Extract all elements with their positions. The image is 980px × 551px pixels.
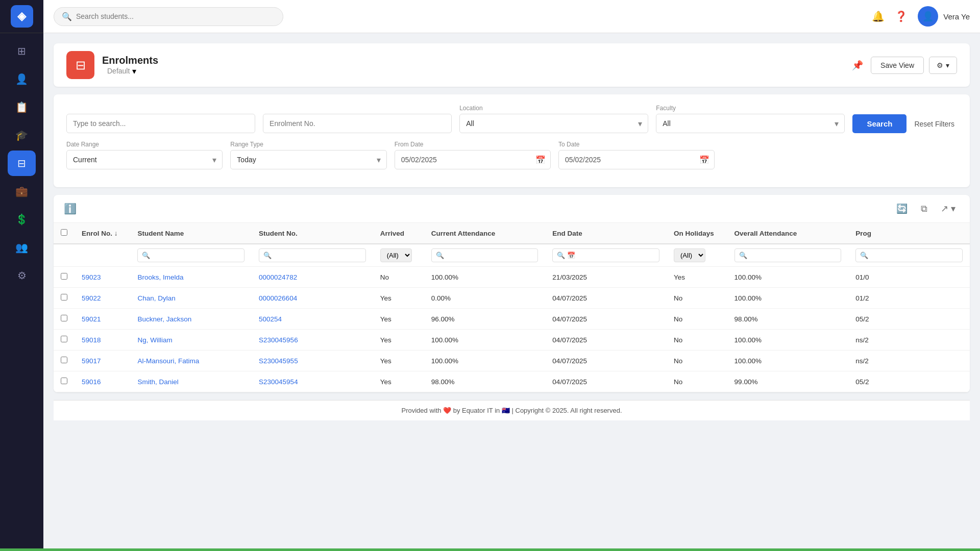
row-enrol-no[interactable]: 59018 — [75, 330, 130, 350]
row-on-holidays: Yes — [667, 267, 727, 288]
sidebar-item-billing[interactable]: 💲 — [8, 207, 36, 232]
col-header-overall-attendance[interactable]: Overall Attendance — [727, 223, 849, 244]
footer-text: Provided with ❤️ by Equator IT in 🇦🇺 | C… — [401, 407, 622, 414]
row-student-name[interactable]: Al-Mansouri, Fatima — [130, 350, 252, 371]
location-group: Location All Campus A Campus B — [459, 105, 648, 133]
row-student-name[interactable]: Buckner, Jackson — [130, 309, 252, 330]
row-student-no[interactable]: 500254 — [252, 309, 373, 330]
user-section[interactable]: 👤 Vera Ye — [918, 6, 970, 27]
student-name-search[interactable] — [137, 248, 244, 262]
row-student-no[interactable]: S230045955 — [252, 350, 373, 371]
prog-search[interactable] — [855, 248, 963, 262]
row-student-no[interactable]: 0000026604 — [252, 288, 373, 309]
search-button[interactable]: Search — [852, 114, 906, 133]
row-arrived: Yes — [373, 309, 424, 330]
pin-icon[interactable]: 📌 — [852, 60, 863, 71]
row-student-no[interactable]: S230045954 — [252, 371, 373, 392]
row-student-name[interactable]: Brooks, Imelda — [130, 267, 252, 288]
student-no-search[interactable] — [259, 248, 366, 262]
page-icon: ⊟ — [66, 51, 94, 79]
sidebar-item-settings[interactable]: ⚙ — [8, 263, 36, 288]
row-enrol-no[interactable]: 59016 — [75, 371, 130, 392]
on-holidays-filter-select[interactable]: (All) Yes No — [674, 248, 705, 262]
row-student-name[interactable]: Ng, William — [130, 330, 252, 350]
row-enrol-no[interactable]: 59022 — [75, 288, 130, 309]
refresh-button[interactable]: 🔄 — [892, 201, 912, 216]
col-header-end-date[interactable]: End Date — [545, 223, 667, 244]
from-date-input[interactable] — [395, 150, 551, 169]
row-checkbox[interactable] — [61, 357, 67, 363]
sidebar-item-enrolments[interactable]: ⊟ — [8, 151, 36, 176]
row-student-name[interactable]: Smith, Daniel — [130, 371, 252, 392]
reset-filters-button[interactable]: Reset Filters — [912, 115, 957, 133]
arrived-filter-select[interactable]: (All) Yes No — [380, 248, 412, 262]
row-checkbox[interactable] — [61, 378, 67, 384]
export-button[interactable]: ↗ ▾ — [937, 201, 960, 216]
view-dropdown[interactable]: Default ▾ — [107, 66, 844, 76]
end-date-search[interactable] — [552, 248, 659, 262]
overall-attendance-search[interactable] — [734, 248, 842, 262]
view-label: Default — [107, 67, 130, 75]
row-checkbox-cell — [54, 267, 75, 288]
row-checkbox-cell — [54, 330, 75, 350]
main-content: 🔍 🔔 ❓ 👤 Vera Ye ⊟ Enrolments Default ▾ � — [43, 0, 980, 551]
info-icon[interactable]: ℹ️ — [64, 203, 77, 215]
row-overall-attendance: 100.00% — [727, 288, 849, 309]
table-card: ℹ️ 🔄 ⧉ ↗ ▾ Enrol No. ↓ Studen — [54, 195, 970, 392]
sidebar-item-briefcase[interactable]: 💼 — [8, 179, 36, 204]
row-enrol-no[interactable]: 59023 — [75, 267, 130, 288]
row-checkbox[interactable] — [61, 336, 67, 342]
col-header-on-holidays[interactable]: On Holidays — [667, 223, 727, 244]
enrolment-no-input[interactable] — [263, 114, 452, 133]
global-search-bar[interactable]: 🔍 — [54, 7, 283, 26]
sidebar-item-dashboard[interactable]: ⊞ — [8, 38, 36, 64]
sidebar-item-students[interactable]: 👤 — [8, 66, 36, 92]
table-scroll-container[interactable]: Enrol No. ↓ Student Name Student No. Arr… — [54, 223, 970, 392]
copy-button[interactable]: ⧉ — [917, 201, 932, 216]
range-type-select[interactable]: Today This Week This Month Custom — [230, 150, 386, 169]
col-header-prog[interactable]: Prog — [848, 223, 970, 244]
settings-button[interactable]: ⚙ ▾ — [929, 57, 957, 74]
to-date-input[interactable] — [558, 150, 715, 169]
row-checkbox[interactable] — [61, 273, 67, 280]
row-current-attendance: 96.00% — [424, 309, 546, 330]
row-checkbox[interactable] — [61, 315, 67, 321]
sidebar-item-people[interactable]: 👥 — [8, 235, 36, 260]
page-header-card: ⊟ Enrolments Default ▾ 📌 Save View ⚙ ▾ — [54, 43, 970, 87]
row-student-no[interactable]: S230045956 — [252, 330, 373, 350]
topbar-right: 🔔 ❓ 👤 Vera Ye — [872, 6, 970, 27]
table-actions: 🔄 ⧉ ↗ ▾ — [892, 201, 960, 216]
row-student-name[interactable]: Chan, Dylan — [130, 288, 252, 309]
col-header-enrol-no[interactable]: Enrol No. ↓ — [75, 223, 130, 244]
faculty-select[interactable]: All Science Arts Business — [656, 114, 845, 133]
row-checkbox[interactable] — [61, 294, 67, 300]
row-checkbox-cell — [54, 371, 75, 392]
text-search-input[interactable] — [66, 114, 255, 133]
to-date-group: To Date 📅 — [558, 141, 715, 169]
sidebar-item-reports[interactable]: 📋 — [8, 94, 36, 120]
row-student-no[interactable]: 0000024782 — [252, 267, 373, 288]
filters-row-2: Date Range Current Past Future All Range… — [66, 141, 957, 169]
help-icon[interactable]: ❓ — [895, 10, 908, 22]
col-header-student-name[interactable]: Student Name — [130, 223, 252, 244]
app-logo-icon[interactable]: ◈ — [11, 5, 33, 28]
save-view-button[interactable]: Save View — [871, 57, 924, 74]
row-arrived: Yes — [373, 288, 424, 309]
row-enrol-no[interactable]: 59021 — [75, 309, 130, 330]
current-attendance-search[interactable] — [431, 248, 538, 262]
notifications-icon[interactable]: 🔔 — [872, 10, 885, 22]
from-date-wrapper: 📅 — [395, 150, 551, 169]
filter-student-no — [252, 244, 373, 267]
filter-prog — [848, 244, 970, 267]
location-select[interactable]: All Campus A Campus B — [459, 114, 648, 133]
row-current-attendance: 100.00% — [424, 267, 546, 288]
col-header-student-no[interactable]: Student No. — [252, 223, 373, 244]
global-search-input[interactable] — [76, 12, 275, 20]
select-all-checkbox[interactable] — [61, 229, 67, 236]
date-range-select[interactable]: Current Past Future All — [66, 150, 223, 169]
row-enrol-no[interactable]: 59017 — [75, 350, 130, 371]
row-current-attendance: 100.00% — [424, 330, 546, 350]
col-header-arrived[interactable]: Arrived — [373, 223, 424, 244]
sidebar-item-graduation[interactable]: 🎓 — [8, 122, 36, 148]
col-header-current-attendance[interactable]: Current Attendance — [424, 223, 546, 244]
